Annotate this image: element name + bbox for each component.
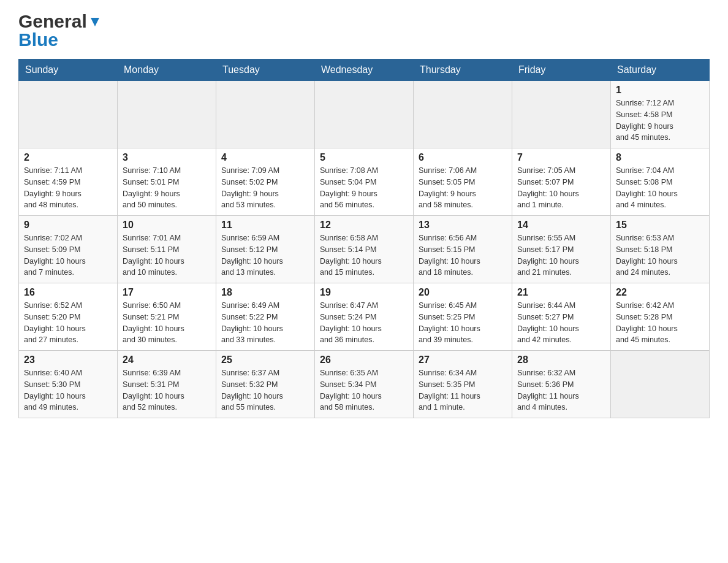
calendar-cell: 24Sunrise: 6:39 AM Sunset: 5:31 PM Dayli… <box>118 351 216 418</box>
calendar-cell <box>19 81 118 148</box>
calendar-week-row: 2Sunrise: 7:11 AM Sunset: 4:59 PM Daylig… <box>19 148 710 216</box>
calendar-cell <box>118 81 216 148</box>
calendar-cell: 4Sunrise: 7:09 AM Sunset: 5:02 PM Daylig… <box>216 148 315 216</box>
day-info: Sunrise: 6:44 AM Sunset: 5:27 PM Dayligh… <box>517 300 605 346</box>
day-number: 13 <box>419 220 507 231</box>
calendar-cell: 10Sunrise: 7:01 AM Sunset: 5:11 PM Dayli… <box>118 216 216 283</box>
day-number: 8 <box>616 152 704 163</box>
day-info: Sunrise: 6:37 AM Sunset: 5:32 PM Dayligh… <box>221 367 309 413</box>
page-header: General Blue <box>18 12 710 49</box>
day-info: Sunrise: 6:47 AM Sunset: 5:24 PM Dayligh… <box>320 300 408 346</box>
day-info: Sunrise: 6:45 AM Sunset: 5:25 PM Dayligh… <box>419 300 507 346</box>
calendar-cell: 18Sunrise: 6:49 AM Sunset: 5:22 PM Dayli… <box>216 283 315 351</box>
calendar-cell: 15Sunrise: 6:53 AM Sunset: 5:18 PM Dayli… <box>611 216 710 283</box>
day-info: Sunrise: 6:56 AM Sunset: 5:15 PM Dayligh… <box>419 232 507 278</box>
column-header-thursday: Thursday <box>414 59 512 81</box>
calendar-cell: 28Sunrise: 6:32 AM Sunset: 5:36 PM Dayli… <box>512 351 611 418</box>
day-number: 18 <box>221 287 309 298</box>
day-info: Sunrise: 7:08 AM Sunset: 5:04 PM Dayligh… <box>320 165 408 211</box>
calendar-cell: 7Sunrise: 7:05 AM Sunset: 5:07 PM Daylig… <box>512 148 611 216</box>
day-info: Sunrise: 7:05 AM Sunset: 5:07 PM Dayligh… <box>517 165 605 211</box>
calendar-cell <box>611 351 710 418</box>
day-number: 22 <box>616 287 704 298</box>
day-number: 2 <box>24 152 112 163</box>
day-info: Sunrise: 6:40 AM Sunset: 5:30 PM Dayligh… <box>24 367 112 413</box>
column-header-tuesday: Tuesday <box>216 59 315 81</box>
calendar-cell: 13Sunrise: 6:56 AM Sunset: 5:15 PM Dayli… <box>414 216 512 283</box>
calendar-week-row: 23Sunrise: 6:40 AM Sunset: 5:30 PM Dayli… <box>19 351 710 418</box>
calendar-cell <box>414 81 512 148</box>
day-number: 10 <box>123 220 211 231</box>
calendar-cell: 21Sunrise: 6:44 AM Sunset: 5:27 PM Dayli… <box>512 283 611 351</box>
day-info: Sunrise: 6:49 AM Sunset: 5:22 PM Dayligh… <box>221 300 309 346</box>
column-header-monday: Monday <box>118 59 216 81</box>
day-info: Sunrise: 7:11 AM Sunset: 4:59 PM Dayligh… <box>24 165 112 211</box>
day-number: 23 <box>24 354 112 366</box>
day-number: 28 <box>517 354 605 366</box>
calendar-cell: 2Sunrise: 7:11 AM Sunset: 4:59 PM Daylig… <box>19 148 118 216</box>
day-number: 17 <box>123 287 211 298</box>
calendar-header-row: SundayMondayTuesdayWednesdayThursdayFrid… <box>19 59 710 81</box>
day-number: 26 <box>320 354 408 366</box>
day-info: Sunrise: 7:01 AM Sunset: 5:11 PM Dayligh… <box>123 232 211 278</box>
calendar-cell: 8Sunrise: 7:04 AM Sunset: 5:08 PM Daylig… <box>611 148 710 216</box>
calendar-cell: 14Sunrise: 6:55 AM Sunset: 5:17 PM Dayli… <box>512 216 611 283</box>
calendar-cell <box>216 81 315 148</box>
day-number: 9 <box>24 220 112 231</box>
day-number: 5 <box>320 152 408 163</box>
column-header-sunday: Sunday <box>19 59 118 81</box>
calendar-cell <box>315 81 414 148</box>
day-number: 14 <box>517 220 605 231</box>
day-number: 7 <box>517 152 605 163</box>
day-number: 15 <box>616 220 704 231</box>
svg-marker-0 <box>91 18 99 26</box>
day-number: 24 <box>123 354 211 366</box>
day-info: Sunrise: 7:02 AM Sunset: 5:09 PM Dayligh… <box>24 232 112 278</box>
day-number: 6 <box>419 152 507 163</box>
calendar-cell: 19Sunrise: 6:47 AM Sunset: 5:24 PM Dayli… <box>315 283 414 351</box>
calendar-cell: 20Sunrise: 6:45 AM Sunset: 5:25 PM Dayli… <box>414 283 512 351</box>
calendar-cell: 1Sunrise: 7:12 AM Sunset: 4:58 PM Daylig… <box>611 81 710 148</box>
calendar-cell: 16Sunrise: 6:52 AM Sunset: 5:20 PM Dayli… <box>19 283 118 351</box>
calendar-cell: 3Sunrise: 7:10 AM Sunset: 5:01 PM Daylig… <box>118 148 216 216</box>
day-number: 20 <box>419 287 507 298</box>
calendar-table: SundayMondayTuesdayWednesdayThursdayFrid… <box>18 59 710 418</box>
day-number: 11 <box>221 220 309 231</box>
calendar-cell: 23Sunrise: 6:40 AM Sunset: 5:30 PM Dayli… <box>19 351 118 418</box>
calendar-cell: 9Sunrise: 7:02 AM Sunset: 5:09 PM Daylig… <box>19 216 118 283</box>
calendar-cell <box>512 81 611 148</box>
logo-blue: Blue <box>18 31 58 49</box>
calendar-week-row: 16Sunrise: 6:52 AM Sunset: 5:20 PM Dayli… <box>19 283 710 351</box>
logo-general: General <box>18 12 87 31</box>
day-number: 4 <box>221 152 309 163</box>
day-info: Sunrise: 7:10 AM Sunset: 5:01 PM Dayligh… <box>123 165 211 211</box>
calendar-cell: 25Sunrise: 6:37 AM Sunset: 5:32 PM Dayli… <box>216 351 315 418</box>
day-number: 21 <box>517 287 605 298</box>
day-info: Sunrise: 6:39 AM Sunset: 5:31 PM Dayligh… <box>123 367 211 413</box>
logo-arrow-icon <box>88 15 102 29</box>
column-header-saturday: Saturday <box>611 59 710 81</box>
calendar-cell: 6Sunrise: 7:06 AM Sunset: 5:05 PM Daylig… <box>414 148 512 216</box>
day-number: 12 <box>320 220 408 231</box>
column-header-wednesday: Wednesday <box>315 59 414 81</box>
day-number: 16 <box>24 287 112 298</box>
day-info: Sunrise: 7:04 AM Sunset: 5:08 PM Dayligh… <box>616 165 704 211</box>
day-info: Sunrise: 7:12 AM Sunset: 4:58 PM Dayligh… <box>616 98 704 144</box>
day-number: 25 <box>221 354 309 366</box>
calendar-cell: 12Sunrise: 6:58 AM Sunset: 5:14 PM Dayli… <box>315 216 414 283</box>
day-info: Sunrise: 6:42 AM Sunset: 5:28 PM Dayligh… <box>616 300 704 346</box>
calendar-cell: 5Sunrise: 7:08 AM Sunset: 5:04 PM Daylig… <box>315 148 414 216</box>
logo: General Blue <box>18 12 102 49</box>
day-info: Sunrise: 7:09 AM Sunset: 5:02 PM Dayligh… <box>221 165 309 211</box>
day-info: Sunrise: 6:59 AM Sunset: 5:12 PM Dayligh… <box>221 232 309 278</box>
day-number: 3 <box>123 152 211 163</box>
day-number: 27 <box>419 354 507 366</box>
calendar-cell: 11Sunrise: 6:59 AM Sunset: 5:12 PM Dayli… <box>216 216 315 283</box>
day-info: Sunrise: 6:58 AM Sunset: 5:14 PM Dayligh… <box>320 232 408 278</box>
day-info: Sunrise: 6:35 AM Sunset: 5:34 PM Dayligh… <box>320 367 408 413</box>
calendar-cell: 22Sunrise: 6:42 AM Sunset: 5:28 PM Dayli… <box>611 283 710 351</box>
day-info: Sunrise: 6:55 AM Sunset: 5:17 PM Dayligh… <box>517 232 605 278</box>
day-info: Sunrise: 6:52 AM Sunset: 5:20 PM Dayligh… <box>24 300 112 346</box>
day-number: 1 <box>616 85 704 96</box>
calendar-cell: 27Sunrise: 6:34 AM Sunset: 5:35 PM Dayli… <box>414 351 512 418</box>
